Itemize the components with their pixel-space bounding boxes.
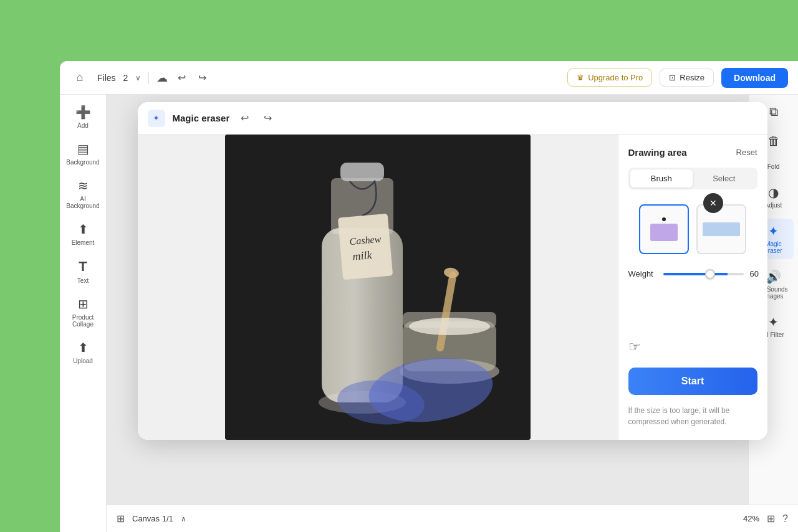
sidebar-item-label: AI Background [66, 196, 99, 209]
start-button[interactable]: Start [628, 368, 757, 395]
reset-button[interactable]: Reset [736, 148, 757, 157]
sidebar-item-add[interactable]: ➕ Add [64, 100, 102, 134]
sidebar-item-upload[interactable]: ⬆ Upload [64, 335, 102, 369]
brush-tab[interactable]: Brush [630, 169, 693, 188]
svg-rect-6 [337, 214, 392, 280]
panel-area: ⧉ 🗑 Fold ◑ Adjust ✦ Magic eraser 🔊 [107, 95, 798, 532]
element-icon: ⬆ [78, 222, 89, 237]
brush-select-tabs: Brush Select [628, 168, 757, 189]
svg-rect-5 [340, 163, 384, 181]
home-icon: ⌂ [77, 71, 84, 84]
bottom-bar: ⊞ Canvas 1/1 ∧ 42% ⊞ ? [107, 505, 798, 532]
upload-icon: ⬆ [78, 340, 89, 355]
left-sidebar: ➕ Add ▤ Background ≋ AI Background ⬆ Ele… [60, 95, 107, 532]
upgrade-to-pro-button[interactable]: ♛ Upgrade to Pro [567, 69, 652, 87]
zoom-level: 42% [743, 514, 759, 523]
drawing-area-panel: Drawing area Reset Brush Select [618, 135, 767, 440]
panel-note: If the size is too large, it will be com… [628, 405, 757, 427]
modal-redo-button[interactable]: ↪ [260, 110, 276, 126]
modal-tool-name: Magic eraser [173, 113, 230, 123]
layers-icon[interactable]: ⊞ [117, 513, 125, 525]
weight-row: Weight 60 [628, 269, 757, 278]
canvas-image: Cashew milk [225, 135, 531, 440]
modal-undo-button[interactable]: ↩ [237, 110, 252, 126]
upgrade-label: Upgrade to Pro [588, 73, 643, 82]
sidebar-item-label: Upload [73, 358, 93, 364]
canvas-label: Canvas 1/1 [132, 514, 173, 523]
select-tab[interactable]: Select [693, 169, 756, 188]
main-layout: ➕ Add ▤ Background ≋ AI Background ⬆ Ele… [60, 95, 798, 532]
top-bar: ⌂ Files 2 ∨ ☁ ↩ ↪ ♛ Upgrade to Pro ⊡ Res… [60, 61, 798, 95]
files-label: Files [97, 73, 116, 83]
brush-style-2[interactable] [696, 204, 746, 254]
weight-value: 60 [750, 269, 759, 278]
sidebar-item-product-collage[interactable]: ⊞ Product Collage [64, 292, 102, 333]
panel-title: Drawing area [628, 147, 687, 158]
modal-overlay: ✦ Magic eraser ↩ ↪ [107, 95, 798, 505]
start-label: Start [681, 376, 704, 386]
brush-preview-area [628, 199, 757, 259]
sidebar-item-label: Text [77, 277, 89, 284]
modal-tool-icon: ✦ [148, 110, 165, 127]
svg-point-14 [409, 318, 490, 335]
sidebar-item-element[interactable]: ⬆ Element [64, 217, 102, 251]
brush-rect-blue [703, 222, 740, 236]
select-tab-label: Select [713, 174, 735, 183]
panel-spacer [628, 288, 757, 326]
help-icon[interactable]: ? [782, 513, 788, 525]
weight-label: Weight [628, 269, 657, 278]
sidebar-item-label: Add [77, 122, 89, 129]
brush-dot [662, 217, 666, 221]
ai-bg-icon: ≋ [78, 178, 89, 193]
panel-header: Drawing area Reset [628, 147, 757, 158]
canvas-area[interactable]: Cashew milk [138, 135, 618, 440]
add-icon: ➕ [75, 105, 91, 120]
sidebar-item-background[interactable]: ▤ Background [64, 136, 102, 171]
close-icon: ✕ [709, 198, 717, 208]
home-button[interactable]: ⌂ [70, 68, 90, 88]
sidebar-item-text[interactable]: T Text [64, 254, 102, 289]
modal-toolbar: ✦ Magic eraser ↩ ↪ [138, 102, 767, 135]
sidebar-item-ai-background[interactable]: ≋ AI Background [64, 173, 102, 214]
undo-button[interactable]: ↩ [175, 69, 188, 86]
canvas-chevron-icon[interactable]: ∧ [181, 515, 186, 523]
divider [148, 72, 149, 84]
cursor-icon: ☞ [628, 339, 641, 355]
crown-icon: ♛ [577, 73, 584, 82]
sidebar-item-label: Background [66, 159, 99, 166]
milk-bottle-background: Cashew milk [225, 135, 531, 440]
resize-icon: ⊡ [669, 73, 676, 82]
bottle-svg: Cashew milk [225, 135, 531, 440]
sidebar-item-label: Product Collage [67, 314, 99, 328]
modal-body: Cashew milk [138, 135, 767, 440]
download-label: Download [734, 73, 776, 83]
bottom-layers-icon[interactable]: ⊞ [767, 513, 775, 525]
file-count: 2 [123, 73, 128, 83]
files-chevron-icon[interactable]: ∨ [135, 74, 141, 82]
cloud-icon[interactable]: ☁ [156, 71, 168, 85]
text-icon: T [79, 259, 87, 275]
background-icon: ▤ [77, 141, 89, 156]
redo-button[interactable]: ↪ [196, 69, 209, 86]
resize-label: Resize [680, 73, 704, 82]
brush-tab-label: Brush [651, 174, 672, 183]
svg-text:milk: milk [352, 249, 373, 263]
cursor-area: ☞ [628, 336, 757, 358]
app-window: ⌂ Files 2 ∨ ☁ ↩ ↪ ♛ Upgrade to Pro ⊡ Res… [60, 61, 798, 532]
magic-eraser-modal: ✦ Magic eraser ↩ ↪ [138, 102, 767, 440]
resize-button[interactable]: ⊡ Resize [660, 69, 714, 87]
eraser-icon: ✦ [153, 113, 160, 123]
brush-rect-purple [650, 224, 678, 241]
weight-slider[interactable] [663, 273, 744, 275]
modal-close-button[interactable]: ✕ [703, 193, 723, 213]
sidebar-item-label: Element [72, 239, 95, 246]
brush-style-1[interactable] [639, 204, 689, 254]
download-button[interactable]: Download [721, 68, 788, 88]
product-collage-icon: ⊞ [78, 297, 89, 311]
